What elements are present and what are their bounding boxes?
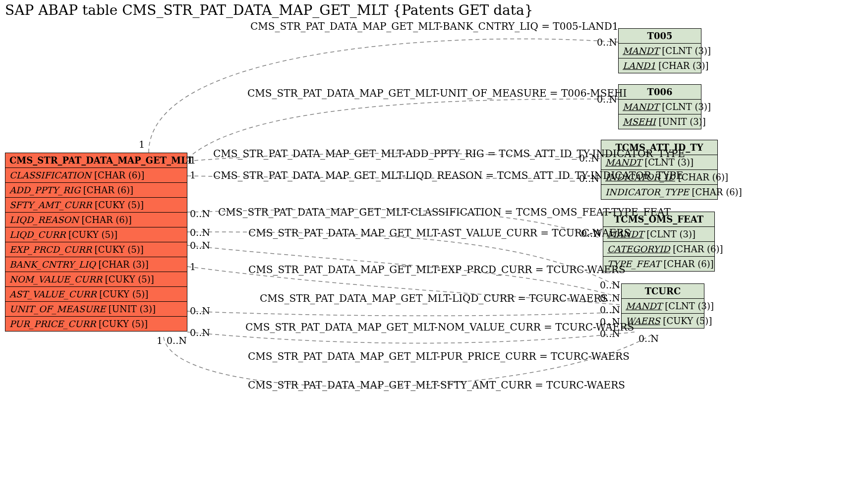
field-type: [UNIT (3)]: [106, 304, 156, 314]
field-type: [CHAR (6)]: [689, 187, 742, 197]
rel-label: CMS_STR_PAT_DATA_MAP_GET_MLT-BANK_CNTRY_…: [250, 20, 619, 32]
field-type: [CHAR (6)]: [91, 170, 144, 180]
cardinality: 1: [190, 155, 196, 166]
entity-tcurc-header: TCURC: [622, 284, 704, 299]
field-name: MANDT: [623, 102, 659, 112]
cardinality: 0..N: [190, 327, 210, 338]
entity-t006-header: T006: [619, 85, 701, 100]
field-type: [CUKY (5)]: [65, 229, 117, 240]
field-name: CLASSIFICATION: [9, 170, 91, 180]
field-name: CATEGORYID: [607, 244, 670, 254]
cardinality: 0..N: [190, 240, 210, 251]
field-row: CATEGORYID [CHAR (6)]: [603, 242, 714, 257]
cardinality: 0..N: [190, 208, 210, 219]
field-row: MSEHI [UNIT (3)]: [619, 114, 701, 129]
field-name: INDICATOR_TYPE: [605, 187, 689, 197]
field-name: SFTY_AMT_CURR: [9, 200, 92, 210]
entity-t005: T005 MANDT [CLNT (3)]LAND1 [CHAR (3)]: [618, 28, 701, 73]
entity-main-header: CMS_STR_PAT_DATA_MAP_GET_MLT: [5, 153, 187, 168]
field-name: MANDT: [623, 46, 659, 56]
cardinality: 0..N: [597, 94, 617, 105]
field-type: [CLNT (3)]: [659, 46, 711, 56]
cardinality: 0..N: [600, 328, 620, 339]
cardinality: 0..N: [600, 292, 620, 303]
field-name: AST_VALUE_CURR: [9, 289, 96, 299]
page-title: SAP ABAP table CMS_STR_PAT_DATA_MAP_GET_…: [5, 2, 533, 18]
field-type: [UNIT (3)]: [656, 116, 706, 127]
field-row: MANDT [CLNT (3)]: [622, 299, 704, 314]
field-type: [CHAR (6)]: [79, 215, 132, 225]
field-type: [CLNT (3)]: [662, 301, 714, 311]
entity-main: CMS_STR_PAT_DATA_MAP_GET_MLT CLASSIFICAT…: [5, 153, 187, 332]
field-row: PUR_PRICE_CURR [CUKY (5)]: [5, 317, 187, 331]
field-type: [CUKY (5)]: [102, 274, 154, 284]
field-name: MANDT: [626, 301, 662, 311]
cardinality: 0..N: [167, 335, 187, 346]
entity-t006: T006 MANDT [CLNT (3)]MSEHI [UNIT (3)]: [618, 84, 701, 129]
field-row: MANDT [CLNT (3)]: [619, 100, 701, 114]
rel-label: CMS_STR_PAT_DATA_MAP_GET_MLT-PUR_PRICE_C…: [248, 350, 630, 362]
field-name: LIQD_CURR: [9, 229, 65, 240]
field-row: INDICATOR_TYPE [CHAR (6)]: [601, 185, 717, 199]
field-row: ADD_PPTY_RIG [CHAR (6)]: [5, 183, 187, 198]
rel-label: CMS_STR_PAT_DATA_MAP_GET_MLT-NOM_VALUE_C…: [245, 321, 634, 333]
field-name: UNIT_OF_MEASURE: [9, 304, 106, 314]
field-name: PUR_PRICE_CURR: [9, 319, 96, 329]
field-name: BANK_CNTRY_LIQ: [9, 259, 96, 270]
rel-label: CMS_STR_PAT_DATA_MAP_GET_MLT-LIQD_CURR =…: [260, 292, 608, 304]
rel-label: CMS_STR_PAT_DATA_MAP_GET_MLT-UNIT_OF_MEA…: [247, 87, 627, 99]
field-type: [CUKY (5)]: [92, 200, 144, 210]
field-row: LIQD_REASON [CHAR (6)]: [5, 213, 187, 227]
cardinality: 0..N: [600, 316, 620, 327]
field-type: [CUKY (5)]: [660, 316, 712, 326]
cardinality: 0..N: [600, 304, 620, 315]
cardinality: 1: [190, 169, 196, 180]
entity-tcms-oms: TCMS_OMS_FEAT MANDT [CLNT (3)]CATEGORYID…: [603, 212, 715, 272]
field-row: CLASSIFICATION [CHAR (6)]: [5, 168, 187, 183]
cardinality: 1: [139, 139, 145, 150]
field-type: [CUKY (5)]: [92, 244, 144, 255]
cardinality: 0..N: [600, 279, 620, 290]
field-name: LAND1: [623, 60, 656, 71]
field-name: MSEHI: [623, 116, 656, 127]
field-row: LIQD_CURR [CUKY (5)]: [5, 227, 187, 242]
rel-label: CMS_STR_PAT_DATA_MAP_GET_MLT-LIQD_REASON…: [213, 169, 683, 181]
cardinality: 0..N: [597, 37, 617, 48]
field-row: NOM_VALUE_CURR [CUKY (5)]: [5, 272, 187, 287]
field-type: [CHAR (3)]: [96, 259, 149, 270]
rel-label: CMS_STR_PAT_DATA_MAP_GET_MLT-CLASSIFICAT…: [218, 206, 671, 218]
rel-label: CMS_STR_PAT_DATA_MAP_GET_MLT-EXP_PRCD_CU…: [248, 264, 626, 276]
field-row: UNIT_OF_MEASURE [UNIT (3)]: [5, 302, 187, 317]
rel-label: CMS_STR_PAT_DATA_MAP_GET_MLT-ADD_PPTY_RI…: [213, 148, 685, 160]
field-row: MANDT [CLNT (3)]: [619, 44, 701, 58]
field-type: [CHAR (6)]: [80, 185, 133, 195]
rel-label: CMS_STR_PAT_DATA_MAP_GET_MLT-AST_VALUE_C…: [248, 227, 631, 239]
field-row: BANK_CNTRY_LIQ [CHAR (3)]: [5, 257, 187, 272]
field-type: [CLNT (3)]: [644, 229, 695, 239]
cardinality: 0..N: [638, 333, 659, 344]
cardinality: 0..N: [190, 227, 210, 238]
field-type: [CLNT (3)]: [659, 102, 711, 112]
field-type: [CHAR (6)]: [670, 244, 723, 254]
field-row: AST_VALUE_CURR [CUKY (5)]: [5, 287, 187, 302]
field-name: LIQD_REASON: [9, 215, 79, 225]
cardinality: 0..N: [579, 153, 599, 164]
field-type: [CUKY (5)]: [96, 319, 148, 329]
field-type: [CUKY (5)]: [96, 289, 148, 299]
field-row: SFTY_AMT_CURR [CUKY (5)]: [5, 198, 187, 213]
field-type: [CHAR (6)]: [661, 259, 714, 269]
cardinality: 1: [157, 335, 163, 346]
field-row: EXP_PRCD_CURR [CUKY (5)]: [5, 242, 187, 257]
field-name: NOM_VALUE_CURR: [9, 274, 102, 284]
cardinality: 0..N: [579, 173, 599, 184]
cardinality: 1: [190, 261, 196, 272]
field-row: LAND1 [CHAR (3)]: [619, 58, 701, 73]
cardinality: 0..N: [581, 228, 601, 239]
field-name: ADD_PPTY_RIG: [9, 185, 80, 195]
rel-label: CMS_STR_PAT_DATA_MAP_GET_MLT-SFTY_AMT_CU…: [248, 379, 625, 391]
entity-t005-header: T005: [619, 29, 701, 44]
cardinality: 0..N: [190, 305, 210, 316]
field-name: EXP_PRCD_CURR: [9, 244, 92, 255]
field-type: [CHAR (3)]: [656, 60, 709, 71]
